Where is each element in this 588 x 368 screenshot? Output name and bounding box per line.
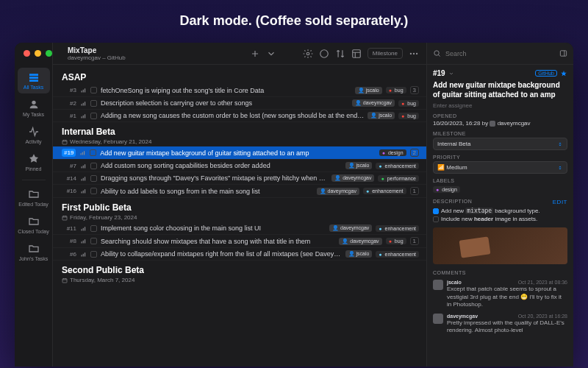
label-tag[interactable]: design: [433, 186, 460, 193]
folder-icon: [28, 243, 40, 255]
svg-rect-3: [353, 49, 361, 57]
label-tag[interactable]: bug: [386, 238, 406, 244]
maximize-icon[interactable]: [46, 50, 52, 57]
task-row[interactable]: #6Ability to collapse/expand mixtapes ri…: [53, 248, 426, 261]
task-title: Searching should show mixtapes that have…: [101, 238, 335, 245]
sidebar-item-label: Activity: [25, 139, 41, 144]
milestone-header[interactable]: Second Public BetaThursday, March 7, 202…: [53, 261, 426, 285]
sidebar-item-closed-today[interactable]: Closed Today: [18, 212, 50, 238]
description-body: Add new mixtape background type. Include…: [433, 207, 567, 223]
panel-toggle-icon[interactable]: [559, 49, 567, 57]
label-tag[interactable]: bug: [386, 87, 406, 93]
minimize-icon[interactable]: [35, 50, 41, 57]
label-tag[interactable]: performance: [378, 175, 419, 182]
task-row[interactable]: #2Description selection is carrying over…: [53, 97, 426, 110]
label-tag[interactable]: enhancement: [376, 251, 419, 258]
svg-rect-19: [84, 151, 85, 155]
gear-icon[interactable]: [303, 49, 313, 59]
task-row[interactable]: #1Adding a new song causes the custom or…: [53, 110, 426, 122]
github-badge[interactable]: GitHub: [535, 70, 557, 77]
filter-icon[interactable]: [319, 49, 329, 59]
close-icon[interactable]: [24, 50, 30, 57]
attachment-image[interactable]: [433, 227, 567, 264]
task-row[interactable]: #16Ability to add labels to songs from i…: [53, 185, 426, 198]
sidebar-item-johns-tasks[interactable]: John's Tasks: [18, 239, 50, 265]
label-tag[interactable]: enhancement: [363, 188, 406, 194]
label-tag[interactable]: enhancement: [376, 163, 419, 169]
task-row[interactable]: #3fetchOneSong is wiping out the song's …: [53, 84, 426, 97]
checkbox-icon[interactable]: [90, 225, 97, 232]
comment-author: jscalo: [447, 280, 462, 285]
pin-icon[interactable]: [560, 70, 567, 77]
assignee-tag[interactable]: 👤 daveymcgav: [352, 99, 395, 107]
checkbox-icon[interactable]: [90, 87, 97, 93]
label-tag[interactable]: bug: [398, 100, 419, 107]
label-tag[interactable]: enhancement: [376, 225, 419, 232]
assignee-tag[interactable]: 👤 daveymcgav: [339, 238, 381, 245]
checkbox-icon[interactable]: [90, 175, 97, 182]
task-title: Add new guitar mixtape background of gui…: [100, 149, 375, 157]
comment-date: Oct 20, 2023 at 16:28: [518, 314, 567, 319]
assignee-tag[interactable]: 👤 jscalo: [345, 250, 373, 258]
checkbox-icon[interactable]: [90, 163, 97, 169]
assignee-tag[interactable]: 👤 jscalo: [368, 112, 395, 119]
chevron-down-icon[interactable]: [266, 49, 276, 59]
milestone-select[interactable]: Internal Beta: [433, 138, 567, 150]
assignee-tag[interactable]: 👤 daveymcgav: [329, 224, 372, 232]
checkbox-icon[interactable]: [90, 149, 96, 156]
assignee-tag[interactable]: 👤 jscalo: [355, 87, 382, 94]
svg-rect-24: [83, 177, 84, 180]
checkbox-icon[interactable]: [433, 216, 439, 222]
checkbox-icon[interactable]: [90, 113, 97, 119]
milestone-label: MILESTONE: [433, 131, 567, 136]
task-row[interactable]: #19Add new guitar mixtape background of …: [53, 146, 426, 160]
priority-icon: [80, 100, 87, 107]
project-info: MixTape daveymcgav – GitHub: [68, 46, 244, 61]
svg-rect-22: [85, 164, 85, 168]
checkbox-icon[interactable]: [90, 188, 97, 194]
sidebar-item-all-tasks[interactable]: All Tasks: [18, 68, 50, 93]
comment-count: 3: [410, 86, 419, 94]
sidebar-item-activity[interactable]: Activity: [18, 122, 50, 148]
assignee-tag[interactable]: 👤 daveymcgav: [331, 174, 374, 182]
milestone-button[interactable]: Milestone: [368, 48, 403, 59]
checkbox-icon[interactable]: [90, 238, 97, 244]
priority-icon: [79, 149, 86, 156]
priority-icon: [80, 87, 87, 93]
label-tag[interactable]: bug: [398, 113, 419, 119]
chevron-down-icon[interactable]: [448, 71, 454, 77]
svg-rect-17: [81, 153, 82, 155]
assignee-field[interactable]: Enter assignee: [433, 102, 567, 109]
task-row[interactable]: #14Dragging songs through "Davey's Favor…: [53, 172, 426, 185]
label-tag[interactable]: design: [379, 149, 406, 156]
task-row[interactable]: #8Searching should show mixtapes that ha…: [53, 235, 426, 248]
milestone-title: First Public Beta: [62, 202, 417, 213]
project-name: MixTape: [68, 46, 244, 54]
checkbox-icon[interactable]: [433, 208, 439, 214]
milestone-header[interactable]: ASAP: [53, 68, 426, 84]
edit-button[interactable]: Edit: [553, 199, 567, 205]
milestone-title: Second Public Beta: [62, 265, 417, 275]
assignee-tag[interactable]: 👤 daveymcgav: [317, 188, 359, 195]
svg-rect-12: [85, 102, 85, 105]
avatar[interactable]: [433, 314, 443, 324]
more-icon[interactable]: [409, 49, 419, 59]
checkbox-icon[interactable]: [90, 100, 97, 107]
priority-icon: [80, 188, 87, 194]
task-row[interactable]: #11Implement song color choosing in the …: [53, 222, 426, 235]
sidebar-item-my-tasks[interactable]: My Tasks: [18, 95, 50, 121]
search-input[interactable]: [445, 50, 555, 57]
sort-icon[interactable]: [335, 49, 345, 59]
sidebar-item-pinned[interactable]: Pinned: [18, 149, 50, 175]
task-row[interactable]: #7Add custom song sorting capabilities b…: [53, 160, 426, 172]
checkbox-icon[interactable]: [90, 251, 97, 258]
milestone-header[interactable]: Internal BetaWednesday, February 21, 202…: [53, 122, 426, 146]
svg-rect-20: [82, 166, 82, 168]
avatar[interactable]: [433, 280, 443, 290]
sidebar-item-edited-today[interactable]: Edited Today: [18, 185, 50, 210]
assignee-tag[interactable]: 👤 jscalo: [345, 162, 373, 169]
milestone-header[interactable]: First Public BetaFriday, February 23, 20…: [53, 198, 426, 222]
plus-icon[interactable]: [250, 49, 260, 59]
priority-select[interactable]: 📶 Medium: [433, 161, 567, 174]
layout-icon[interactable]: [351, 49, 362, 59]
